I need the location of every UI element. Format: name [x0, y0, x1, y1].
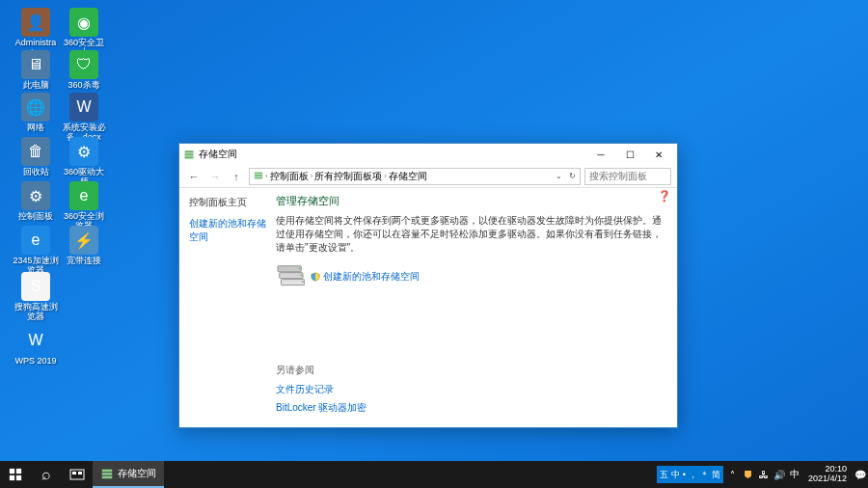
desktop-icon-label: 控制面板	[18, 212, 53, 222]
svg-rect-8	[281, 280, 304, 285]
action-center-icon[interactable]: 💬	[853, 461, 868, 488]
ime-status-bar[interactable]: 五 中 • ， ＊ 简	[657, 466, 723, 483]
desktop-icon[interactable]: S搜狗高速浏览器	[12, 272, 60, 322]
breadcrumb-item[interactable]: 存储空间	[389, 170, 427, 183]
tray-ime-icon[interactable]: 中	[787, 461, 802, 488]
breadcrumb-icon	[254, 171, 263, 182]
svg-rect-4	[255, 175, 262, 176]
main-action-row: 创建新的池和存储空间	[276, 264, 665, 289]
app-icon: S	[21, 272, 50, 301]
app-icon: ⚡	[69, 226, 98, 255]
window-icon	[183, 149, 195, 160]
tray-shield-icon[interactable]: ⛊	[741, 461, 756, 488]
desktop-icon[interactable]: ⚡宽带连接	[60, 226, 108, 266]
forward-button[interactable]: →	[206, 168, 224, 185]
address-bar: ← → ↑ › 控制面板 › 所有控制面板项 › 存储空间 ⌄ ↻	[179, 165, 677, 188]
desktop-icon[interactable]: 🛡360杀毒	[60, 50, 108, 91]
back-button[interactable]: ←	[185, 168, 203, 185]
desktop-icon-label: 搜狗高速浏览器	[12, 303, 60, 322]
tray-chevron-icon[interactable]: ˄	[725, 461, 741, 488]
app-icon: ⚙	[21, 181, 50, 210]
app-icon: W	[21, 326, 50, 355]
breadcrumb[interactable]: › 控制面板 › 所有控制面板项 › 存储空间 ⌄ ↻	[249, 168, 581, 185]
app-icon: ⚙	[69, 137, 98, 166]
svg-rect-1	[185, 153, 194, 155]
svg-rect-20	[102, 473, 113, 475]
up-button[interactable]: ↑	[228, 168, 245, 185]
window-title: 存储空间	[199, 148, 586, 161]
control-panel-window: 存储空间 ─ ☐ ✕ ← → ↑ › 控制面板 › 所有控制面板项 › 存储空间…	[178, 143, 678, 428]
svg-rect-17	[72, 472, 76, 474]
sidebar-home-link[interactable]: 控制面板主页	[189, 196, 266, 209]
svg-rect-7	[280, 273, 303, 279]
shield-icon	[311, 272, 320, 282]
svg-rect-3	[255, 172, 262, 174]
desktop-icon[interactable]: ⚙360驱动大师	[60, 137, 108, 187]
search-input[interactable]	[584, 168, 671, 185]
svg-rect-14	[10, 475, 14, 480]
app-icon: W	[69, 93, 98, 122]
svg-rect-12	[10, 469, 14, 474]
svg-rect-2	[185, 156, 194, 158]
desktop-icon[interactable]: 🌐网络	[12, 93, 60, 133]
drives-icon	[276, 264, 305, 289]
desktop-icon[interactable]: e2345加速浏览器	[12, 226, 60, 276]
tray-network-icon[interactable]: 🖧	[756, 461, 772, 488]
minimize-button[interactable]: ─	[586, 145, 615, 164]
desktop-icon-label: 宽带连接	[67, 257, 101, 266]
related-section: 另请参阅 文件历史记录 BitLocker 驱动器加密	[276, 364, 366, 420]
maximize-button[interactable]: ☐	[615, 145, 644, 164]
app-icon: 🗑	[21, 137, 50, 166]
main-content: ❓ 管理存储空间 使用存储空间将文件保存到两个或更多驱动器，以便在驱动器发生故障…	[276, 188, 677, 427]
app-icon: e	[21, 226, 50, 255]
app-icon: 🖥	[21, 50, 50, 79]
sidebar-create-pool-link[interactable]: 创建新的池和存储空间	[189, 217, 266, 244]
svg-rect-15	[16, 475, 21, 480]
desktop-icon-label: 回收站	[23, 168, 49, 177]
window-titlebar: 存储空间 ─ ☐ ✕	[179, 144, 677, 165]
start-button[interactable]	[0, 461, 31, 488]
task-view-button[interactable]	[62, 461, 93, 488]
svg-rect-13	[16, 469, 21, 474]
app-icon: ◉	[69, 8, 98, 37]
svg-rect-6	[278, 266, 301, 272]
related-heading: 另请参阅	[276, 364, 366, 377]
taskbar-clock[interactable]: 20:10 2021/4/12	[802, 465, 853, 484]
svg-point-9	[299, 267, 301, 269]
close-button[interactable]: ✕	[644, 145, 673, 164]
page-heading: 管理存储空间	[276, 194, 665, 208]
tray-volume-icon[interactable]: 🔊	[772, 461, 787, 488]
breadcrumb-dropdown-icon[interactable]: ⌄ ↻	[556, 172, 576, 180]
app-icon: 👤	[21, 8, 50, 37]
svg-point-10	[300, 274, 302, 276]
svg-rect-0	[185, 150, 194, 152]
window-body: 控制面板主页 创建新的池和存储空间 ❓ 管理存储空间 使用存储空间将文件保存到两…	[179, 188, 677, 427]
app-icon: 🛡	[69, 50, 98, 79]
create-pool-link[interactable]: 创建新的池和存储空间	[323, 270, 420, 284]
breadcrumb-item[interactable]: 控制面板	[270, 170, 309, 183]
desktop-icon[interactable]: W系统安装必备...docx	[60, 93, 108, 143]
help-icon[interactable]: ❓	[658, 190, 671, 203]
related-bitlocker-link[interactable]: BitLocker 驱动器加密	[276, 401, 366, 415]
desktop-icon-label: 此电脑	[23, 81, 49, 91]
breadcrumb-item[interactable]: 所有控制面板项	[314, 170, 382, 183]
desktop-icon-label: 网络	[27, 123, 44, 133]
system-tray: 五 中 • ， ＊ 简 ˄ ⛊ 🖧 🔊 中 20:10 2021/4/12 💬	[657, 461, 868, 488]
svg-point-11	[302, 281, 304, 283]
svg-rect-18	[78, 472, 82, 474]
desktop-icon[interactable]: 🗑回收站	[12, 137, 60, 177]
search-button[interactable]: ⌕	[31, 461, 62, 488]
desktop-icon-label: 360杀毒	[68, 81, 99, 91]
desktop-icon[interactable]: 🖥此电脑	[12, 50, 60, 91]
desktop-icon-label: WPS 2019	[14, 357, 56, 366]
svg-rect-19	[102, 470, 113, 473]
taskbar: ⌕ 存储空间 五 中 • ， ＊ 简 ˄ ⛊ 🖧 🔊 中 20:10 2021/…	[0, 461, 868, 488]
desktop-icon[interactable]: e360安全浏览器	[60, 181, 108, 231]
sidebar: 控制面板主页 创建新的池和存储空间	[179, 188, 276, 427]
page-description: 使用存储空间将文件保存到两个或更多驱动器，以便在驱动器发生故障时为你提供保护。通…	[276, 214, 665, 255]
desktop-icon[interactable]: ⚙控制面板	[12, 181, 60, 222]
related-file-history-link[interactable]: 文件历史记录	[276, 383, 366, 396]
taskbar-app-storage[interactable]: 存储空间	[93, 461, 164, 488]
svg-rect-21	[102, 476, 113, 479]
desktop-icon[interactable]: WWPS 2019	[12, 326, 60, 366]
